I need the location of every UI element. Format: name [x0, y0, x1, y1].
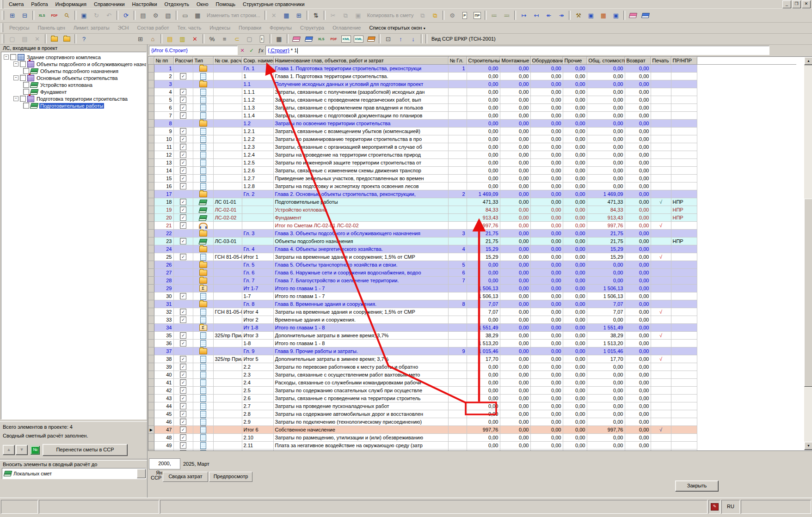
print-flag-cell[interactable] — [651, 450, 671, 451]
sort-updown-button[interactable]: ⇅ — [310, 10, 322, 21]
move-up-button[interactable]: ▲ — [3, 445, 15, 455]
table-row[interactable]: 35✓325/пр ПрилИтог 3Дополнительные затра… — [148, 332, 796, 340]
sigma-box-button[interactable]: Σ — [256, 34, 268, 44]
table-row[interactable]: 24Гл. 4Глава 4. Объекты энергетического … — [148, 245, 796, 253]
print-flag-cell[interactable] — [651, 395, 671, 402]
menu-item[interactable]: Окно — [193, 0, 212, 8]
calculate-checkbox[interactable]: ✓ — [180, 152, 186, 158]
row-marker[interactable] — [148, 371, 154, 379]
price-book-pink-button[interactable] — [627, 10, 639, 21]
print-flag-cell[interactable] — [651, 340, 671, 347]
table-row[interactable]: 31.1Получение исходных данных и условий … — [148, 80, 796, 88]
print-flag-cell[interactable] — [651, 88, 671, 96]
row-marker[interactable] — [148, 167, 154, 175]
table-row[interactable]: 50✓2.12Компенсация расходов предприятиям… — [148, 450, 796, 451]
calculate-checkbox-cell[interactable] — [173, 65, 193, 73]
column-header[interactable]: Наименование глав, объектов, работ и зат… — [273, 57, 448, 65]
row-marker[interactable] — [148, 434, 154, 442]
row-marker[interactable] — [148, 143, 154, 151]
table-row[interactable]: 39✓2.2Затраты по перевозке работников к … — [148, 363, 796, 371]
blank-box-button[interactable]: ▢ — [244, 34, 255, 44]
print-flag-cell[interactable]: √ — [651, 198, 671, 206]
print-flag-cell[interactable] — [651, 151, 671, 159]
struct-delete-button[interactable]: ≕ — [501, 10, 512, 21]
calculate-checkbox[interactable]: ✓ — [180, 104, 186, 111]
panel-tab[interactable]: Лимит. затраты — [69, 24, 114, 31]
menu-item[interactable]: Помощь — [212, 0, 240, 8]
calculate-checkbox[interactable]: ✓ — [180, 450, 186, 451]
table-row[interactable]: 44✓2.7Затраты на проведение пусконаладоч… — [148, 402, 796, 410]
print-flag-cell[interactable] — [651, 230, 671, 237]
vertical-scrollbar[interactable]: ▲ ▼ — [804, 57, 812, 450]
xml-mge-button[interactable]: XML — [353, 34, 364, 44]
row-marker[interactable] — [148, 104, 154, 112]
table-row[interactable]: 81.2Затраты по освоению территории строи… — [148, 120, 796, 128]
table-row[interactable]: 17Гл. 2Глава 2. Основные объекты строите… — [148, 190, 796, 198]
column-header[interactable] — [148, 57, 154, 65]
calculate-checkbox-cell[interactable]: ✓ — [173, 222, 193, 230]
tree-collapse-icon[interactable]: − — [4, 55, 9, 60]
calculate-checkbox-cell[interactable] — [173, 190, 193, 198]
panel-tab[interactable]: Формулы — [265, 24, 296, 31]
row-marker[interactable] — [148, 190, 154, 198]
row-marker[interactable] — [148, 73, 154, 80]
column-header[interactable]: Сокр. наимен. — [242, 57, 273, 65]
calculate-checkbox-cell[interactable]: ✓ — [173, 363, 193, 371]
tree-collapse-icon[interactable]: − — [13, 96, 18, 101]
column-header[interactable]: Общ. стоимость — [587, 57, 625, 65]
calculate-checkbox[interactable]: ✓ — [180, 97, 186, 103]
calculate-checkbox[interactable]: ✓ — [180, 112, 186, 119]
row-marker[interactable] — [148, 112, 154, 120]
formula-cancel-button[interactable]: ✕ — [238, 46, 247, 55]
recalculate-button[interactable]: ⟳ — [120, 10, 132, 21]
close-button[interactable]: Закрыть — [675, 481, 719, 492]
print-flag-cell[interactable] — [651, 143, 671, 151]
print-flag-cell[interactable]: √ — [651, 253, 671, 261]
calculate-checkbox[interactable]: ✓ — [180, 411, 186, 417]
row-marker[interactable] — [148, 159, 154, 167]
row-marker[interactable] — [148, 285, 154, 292]
delete-row-button[interactable]: ✕ — [268, 10, 280, 21]
print-flag-cell[interactable] — [651, 190, 671, 198]
table-row[interactable]: 27Гл. 6Глава 6. Наружные сети и сооружен… — [148, 269, 796, 277]
transfer-estimates-button[interactable]: Перенести сметы в ССР — [43, 444, 128, 456]
table-row[interactable]: 4✓1.1.1Затраты, связанные с получением (… — [148, 88, 796, 96]
table-row[interactable]: 37Гл. 9Глава 9. Прочие работы и затраты.… — [148, 347, 796, 355]
print-flag-cell[interactable] — [651, 379, 671, 387]
calculate-checkbox-cell[interactable]: ✓ — [173, 332, 193, 340]
print-flag-cell[interactable] — [651, 237, 671, 245]
panel-tab[interactable]: Ресурсы — [5, 24, 33, 31]
table-row[interactable]: 33✓Итог 2Временные здания и сооружения.0… — [148, 316, 796, 324]
panel-tab[interactable]: Панель цен — [33, 24, 69, 31]
print-flag-cell[interactable] — [651, 363, 671, 371]
machines-button[interactable]: ⚒ — [572, 10, 584, 21]
tree-checkbox[interactable] — [10, 54, 16, 60]
calculate-checkbox[interactable]: ✓ — [180, 364, 186, 370]
calculate-checkbox-cell[interactable]: ✓ — [173, 450, 193, 451]
calculate-checkbox[interactable]: ✓ — [180, 419, 186, 425]
menu-item[interactable]: Смета — [5, 0, 27, 8]
help-button[interactable]: ? — [78, 34, 90, 44]
table-row[interactable]: 43✓2.6Затраты, связанные с проведением н… — [148, 395, 796, 402]
print-flag-cell[interactable] — [651, 387, 671, 395]
row-marker[interactable] — [148, 395, 154, 402]
row-marker[interactable] — [148, 308, 154, 316]
table-row[interactable]: 23✓ЛС-03-01Объекты подсобного назначения… — [148, 237, 796, 245]
calculate-checkbox[interactable]: ✓ — [180, 356, 186, 362]
excel-button[interactable]: XLS — [315, 34, 327, 44]
undo-button[interactable]: ↶ — [103, 10, 115, 21]
tree-item[interactable]: −Объекты подсобного и обслуживающего наз… — [1, 61, 147, 67]
print-flag-cell[interactable]: √ — [651, 426, 671, 434]
table-row[interactable]: 9✓1.2.1Затраты, связанные с возмещением … — [148, 128, 796, 135]
calculate-checkbox-cell[interactable]: ✓ — [173, 214, 193, 222]
calculate-checkbox[interactable]: ✓ — [180, 426, 186, 433]
calculate-checkbox-cell[interactable]: ✓ — [173, 253, 193, 261]
print-flag-cell[interactable] — [651, 292, 671, 300]
calculate-checkbox[interactable]: ✓ — [180, 222, 186, 229]
print-flag-cell[interactable] — [651, 175, 671, 182]
table-row[interactable]: 29ΣИт 1-7Итого по главам 1 - 71 506,130,… — [148, 285, 796, 292]
cut-button[interactable]: ✂ — [327, 10, 339, 21]
calculate-checkbox-cell[interactable] — [173, 120, 193, 128]
calculate-checkbox-cell[interactable]: ✓ — [173, 128, 193, 135]
print-flag-cell[interactable] — [651, 159, 671, 167]
